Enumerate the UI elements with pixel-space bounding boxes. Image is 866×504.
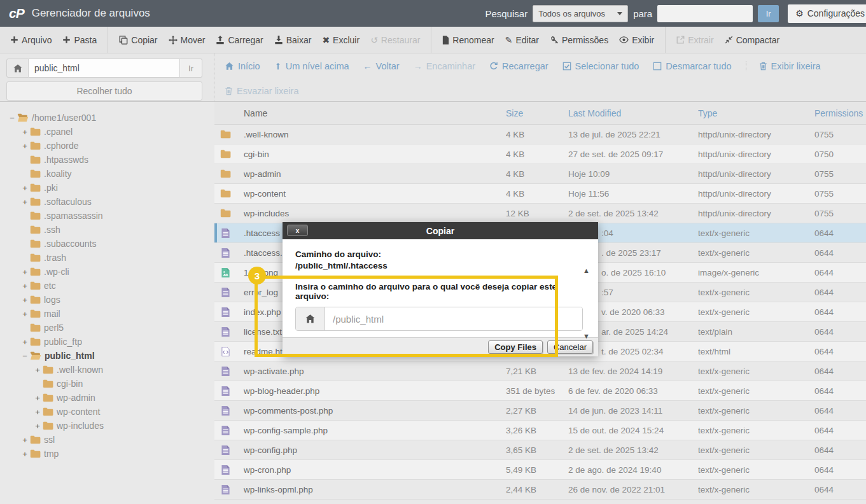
search-scope-select[interactable]: Todos os arquivos xyxy=(533,5,628,22)
tree-item-ssl[interactable]: + ssl xyxy=(0,433,214,447)
toolbar-item-pasta[interactable]: Pasta xyxy=(62,27,97,53)
table-row-wp-cron-php[interactable]: wp-cron.php 5,49 KB 2 de ago. de 2024 19… xyxy=(214,460,866,480)
tree-expander[interactable]: + xyxy=(20,127,29,137)
nav-item-recarregar[interactable]: Recarregar xyxy=(489,61,548,71)
tree-item-tmp[interactable]: + tmp xyxy=(0,447,214,461)
tree-expander[interactable]: + xyxy=(20,435,29,445)
tree-item-home1-user001[interactable]: − /home1/user001 xyxy=(0,111,214,125)
nav-item-esvaziar-lixeira[interactable]: Esvaziar lixeira xyxy=(225,86,299,96)
table-row-wp-admin[interactable]: wp-admin 4 KB Hoje 10:09 httpd/unix-dire… xyxy=(214,164,866,184)
tree-expander[interactable]: + xyxy=(20,295,29,305)
nav-item-in-cio[interactable]: Início xyxy=(225,61,260,71)
table-row-wp-activate-php[interactable]: wp-activate.php 7,21 KB 13 de fev. de 20… xyxy=(214,361,866,381)
tree-item-cphorde[interactable]: + .cphorde xyxy=(0,139,214,153)
tree-item-perl5[interactable]: perl5 xyxy=(0,321,214,335)
tree-item-softaculous[interactable]: + .softaculous xyxy=(0,195,214,209)
toolbar-item-carregar[interactable]: Carregar xyxy=(216,27,263,53)
tree-expander[interactable]: + xyxy=(20,141,29,151)
tree-expander[interactable]: + xyxy=(20,197,29,207)
table-row-wp-config-sample-php[interactable]: wp-config-sample.php 3,26 KB 15 de out. … xyxy=(214,421,866,440)
close-button[interactable]: x xyxy=(287,225,308,236)
toolbar-item-arquivo[interactable]: Arquivo xyxy=(10,27,52,53)
copy-files-button[interactable]: Copy Files xyxy=(488,340,543,354)
file-type: httpd/unix-directory xyxy=(698,150,814,159)
path-go-button[interactable]: Ir xyxy=(180,59,202,78)
toolbar-item-excluir[interactable]: ✖ Excluir xyxy=(322,27,360,53)
table-row-wp-config-php[interactable]: wp-config.php 3,65 KB 2 de set. de 2025 … xyxy=(214,440,866,460)
collapse-all-button[interactable]: Recolher tudo xyxy=(6,81,202,101)
column-header-type[interactable]: Type xyxy=(698,108,814,118)
tree-expander[interactable]: + xyxy=(20,281,29,291)
toolbar-item-compactar[interactable]: Compactar xyxy=(725,27,779,53)
tree-item-spamassassin[interactable]: .spamassassin xyxy=(0,209,214,223)
table-row-wp-blog-header-php[interactable]: wp-blog-header.php 351 de bytes 6 de fev… xyxy=(214,381,866,401)
tree-expander[interactable]: + xyxy=(20,449,29,459)
tree-expander[interactable]: + xyxy=(20,183,29,193)
tree-expander[interactable]: + xyxy=(20,337,29,347)
tree-item-trash[interactable]: .trash xyxy=(0,251,214,265)
toolbar-item-extrair[interactable]: Extrair xyxy=(665,27,713,53)
nav-item-exibir-lixeira[interactable]: Exibir lixeira xyxy=(746,61,821,71)
nav-item-encaminhar[interactable]: → Encaminhar xyxy=(414,61,475,71)
toolbar-item-exibir[interactable]: Exibir xyxy=(619,27,654,53)
toolbar-item-copiar[interactable]: Copiar xyxy=(108,27,157,53)
search-go-button[interactable]: Ir xyxy=(758,5,779,22)
tree-item-mail[interactable]: + mail xyxy=(0,307,214,321)
tree-item-wp-cli[interactable]: + .wp-cli xyxy=(0,265,214,279)
tree-item-koality[interactable]: .koality xyxy=(0,167,214,181)
toolbar-item-renomear[interactable]: Renomear xyxy=(431,27,494,53)
tree-item-wp-content[interactable]: + wp-content xyxy=(0,405,214,419)
tree-expander[interactable]: + xyxy=(33,407,42,417)
tree-expander[interactable]: + xyxy=(20,309,29,319)
toolbar-item-baixar[interactable]: Baixar xyxy=(274,27,312,53)
tree-item-htpasswds[interactable]: .htpasswds xyxy=(0,153,214,167)
path-input[interactable] xyxy=(29,59,180,78)
caret-down-icon[interactable]: ▼ xyxy=(583,332,590,340)
search-input[interactable] xyxy=(657,5,753,22)
file-permissions: 0644 xyxy=(814,327,866,337)
caret-up-icon[interactable]: ▲ xyxy=(583,267,590,274)
tree-item-ssh[interactable]: .ssh xyxy=(0,223,214,237)
tree-expander[interactable]: + xyxy=(33,393,42,403)
nav-item-um-n-vel-acima[interactable]: Um nível acima xyxy=(274,61,349,71)
column-header-last-modified[interactable]: Last Modified xyxy=(568,108,698,118)
file-permissions: 0644 xyxy=(814,386,866,396)
tree-expander[interactable]: + xyxy=(33,421,42,431)
cancel-button[interactable]: Cancelar xyxy=(547,340,593,354)
tree-item-pki[interactable]: + .pki xyxy=(0,181,214,195)
tree-expander[interactable]: + xyxy=(20,267,29,277)
table-row-wp-content[interactable]: wp-content 4 KB Hoje 11:56 httpd/unix-di… xyxy=(214,184,866,204)
tree-item-cgi-bin[interactable]: cgi-bin xyxy=(0,377,214,391)
settings-button[interactable]: ⚙Configurações xyxy=(788,4,866,23)
home-button[interactable] xyxy=(6,59,29,78)
tree-expander[interactable]: − xyxy=(20,351,29,361)
toolbar-item-editar[interactable]: ✎ Editar xyxy=(505,27,539,53)
column-header-size[interactable]: Size xyxy=(506,108,568,118)
table-row-well-known[interactable]: .well-known 4 KB 13 de jul. de 2025 22:2… xyxy=(214,125,866,144)
tree-item-public-html[interactable]: − public_html xyxy=(0,349,214,363)
tree-expander[interactable]: + xyxy=(33,365,42,375)
tree-item-wp-includes[interactable]: + wp-includes xyxy=(0,419,214,433)
tree-item-well-known[interactable]: + .well-known xyxy=(0,363,214,377)
tree-item-wp-admin[interactable]: + wp-admin xyxy=(0,391,214,405)
tree-item-subaccounts[interactable]: .subaccounts xyxy=(0,237,214,251)
toolbar-item-restaurar[interactable]: ↺ Restaurar xyxy=(370,27,420,53)
column-header-name[interactable]: Name xyxy=(236,108,506,118)
column-header-permissions[interactable]: Permissions xyxy=(814,108,866,118)
table-row-wp-links-opml-php[interactable]: wp-links-opml.php 2,44 KB 26 de nov. de … xyxy=(214,480,866,500)
nav-item-desmarcar-tudo[interactable]: Desmarcar tudo xyxy=(653,61,731,71)
tree-item-etc[interactable]: + etc xyxy=(0,279,214,293)
tree-expander[interactable]: − xyxy=(8,113,17,123)
nav-item-voltar[interactable]: ← Voltar xyxy=(363,61,400,71)
table-row-cgi-bin[interactable]: cgi-bin 4 KB 27 de set. de 2025 09:17 ht… xyxy=(214,144,866,164)
toolbar-item-permiss-es[interactable]: Permissões xyxy=(550,27,608,53)
tree-item-logs[interactable]: + logs xyxy=(0,293,214,307)
table-row-wp-includes[interactable]: wp-includes 12 KB 2 de set. de 2025 13:4… xyxy=(214,204,866,223)
toolbar-item-mover[interactable]: Mover xyxy=(169,27,206,53)
destination-path-input[interactable] xyxy=(325,307,582,330)
nav-item-selecionar-tudo[interactable]: Selecionar tudo xyxy=(562,61,639,71)
tree-item-cpanel[interactable]: + .cpanel xyxy=(0,125,214,139)
table-row-wp-comments-post-php[interactable]: wp-comments-post.php 2,27 KB 14 de jun. … xyxy=(214,401,866,421)
file-last-modified: 2 de ago. de 2024 19:40 xyxy=(568,465,698,475)
tree-item-public-ftp[interactable]: + public_ftp xyxy=(0,335,214,349)
